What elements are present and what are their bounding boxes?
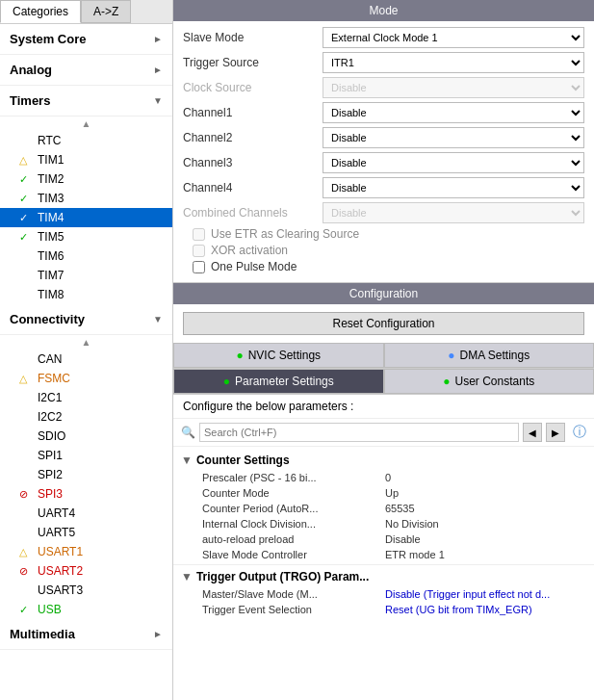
channel3-select[interactable]: Disable [323, 152, 584, 173]
one-pulse-row: One Pulse Mode [193, 260, 584, 273]
sidebar-item-tim1[interactable]: △ TIM1 [0, 150, 172, 169]
spi1-label: SPI1 [38, 449, 63, 462]
sidebar-item-usart1[interactable]: △ USART1 [0, 542, 172, 561]
trigger-output-group[interactable]: ▼ Trigger Output (TRGO) Param... [173, 567, 594, 586]
uart5-label: UART5 [38, 526, 75, 539]
xor-activation-checkbox[interactable] [193, 245, 205, 257]
param-counter-period: Counter Period (AutoR... 65535 [173, 501, 594, 516]
search-next-button[interactable]: ▶ [546, 423, 565, 442]
sidebar-item-tim3[interactable]: ✓ TIM3 [0, 189, 172, 208]
one-pulse-checkbox[interactable] [193, 261, 205, 273]
tab-atoz[interactable]: A->Z [81, 0, 131, 23]
sidebar-item-uart5[interactable]: UART5 [0, 523, 172, 542]
sidebar-item-tim4[interactable]: ✓ TIM4 [0, 208, 172, 227]
connectivity-scroll-up[interactable]: ▲ [0, 335, 172, 350]
channel4-label: Channel4 [183, 181, 323, 194]
clock-source-label: Clock Source [183, 81, 323, 94]
tab-dma-settings[interactable]: ● DMA Settings [384, 343, 595, 368]
system-core-label: System Core [10, 32, 86, 46]
sidebar-item-fsmc[interactable]: △ FSMC [0, 369, 172, 388]
trigger-chevron-icon: ▼ [181, 570, 193, 583]
slave-mode-select[interactable]: External Clock Mode 1 [323, 27, 584, 48]
slave-mode-ctrl-value: ETR mode 1 [385, 549, 586, 560]
param-auto-reload: auto-reload preload Disable [173, 531, 594, 547]
timers-label: Timers [10, 93, 50, 108]
search-icon: 🔍 [181, 426, 195, 439]
param-internal-clock: Internal Clock Division... No Division [173, 516, 594, 531]
sidebar-item-spi1[interactable]: SPI1 [0, 446, 172, 465]
combined-channels-row: Combined Channels Disable [183, 202, 584, 223]
param-dot-icon: ● [223, 375, 230, 388]
channel2-label: Channel2 [183, 131, 323, 144]
reset-configuration-button[interactable]: Reset Configuration [183, 312, 584, 335]
use-etr-checkbox[interactable] [193, 228, 205, 241]
param-master-slave-mode: Master/Slave Mode (M... Disable (Trigger… [173, 586, 594, 602]
usart2-label: USART2 [38, 564, 83, 578]
channel1-select[interactable]: Disable [323, 102, 584, 123]
can-label: CAN [38, 352, 62, 366]
tab-categories[interactable]: Categories [0, 0, 81, 23]
counter-chevron-icon: ▼ [181, 454, 193, 467]
tim5-status-icon: ✓ [19, 231, 33, 244]
i2c1-label: I2C1 [38, 391, 62, 404]
combined-channels-select: Disable [323, 202, 584, 223]
sidebar-item-tim6[interactable]: TIM6 [0, 246, 172, 266]
channel4-select[interactable]: Disable [323, 177, 584, 198]
sidebar-item-tim2[interactable]: ✓ TIM2 [0, 169, 172, 189]
sidebar-item-spi2[interactable]: SPI2 [0, 465, 172, 484]
tim8-label: TIM8 [38, 288, 64, 301]
tab-user-constants[interactable]: ● User Constants [384, 369, 595, 394]
usart1-status-icon: △ [19, 546, 33, 558]
sidebar-item-system-core[interactable]: System Core ► [0, 24, 172, 55]
sidebar-item-i2c1[interactable]: I2C1 [0, 388, 172, 407]
dma-dot-icon: ● [448, 349, 454, 362]
sidebar-item-uart4[interactable]: UART4 [0, 504, 172, 523]
search-row: 🔍 ◀ ▶ ⓘ [173, 419, 594, 447]
timers-scroll-up[interactable]: ▲ [0, 117, 172, 131]
sidebar-item-i2c2[interactable]: I2C2 [0, 407, 172, 427]
sidebar-item-connectivity[interactable]: Connectivity ▼ [0, 304, 172, 335]
sidebar-item-multimedia[interactable]: Multimedia ► [0, 619, 172, 650]
sidebar-item-usart2[interactable]: ⊘ USART2 [0, 561, 172, 581]
sidebar-item-tim7[interactable]: TIM7 [0, 266, 172, 285]
usb-label: USB [38, 603, 62, 616]
sidebar-item-sdio[interactable]: SDIO [0, 427, 172, 446]
dma-settings-label: DMA Settings [460, 349, 530, 362]
sidebar-item-rtc[interactable]: RTC [0, 131, 172, 150]
sidebar-item-can[interactable]: CAN [0, 350, 172, 369]
chevron-right-icon3: ► [153, 629, 163, 639]
search-prev-button[interactable]: ◀ [523, 423, 542, 442]
sidebar-item-usart3[interactable]: USART3 [0, 581, 172, 600]
channel2-select[interactable]: Disable [323, 127, 584, 148]
i2c2-label: I2C2 [38, 410, 62, 424]
trigger-source-select[interactable]: ITR1 [323, 52, 584, 73]
mode-fields: Slave Mode External Clock Mode 1 Trigger… [173, 21, 594, 282]
user-constants-label: User Constants [455, 375, 535, 388]
search-input[interactable] [199, 423, 519, 442]
sidebar-item-tim5[interactable]: ✓ TIM5 [0, 227, 172, 246]
channel1-label: Channel1 [183, 106, 323, 119]
sidebar-tab-bar: Categories A->Z [0, 0, 172, 24]
tim4-label: TIM4 [38, 211, 64, 224]
divider [173, 564, 594, 565]
info-icon: ⓘ [573, 424, 586, 441]
sidebar-item-analog[interactable]: Analog ► [0, 55, 172, 86]
internal-clock-value: No Division [385, 518, 586, 530]
trigger-source-label: Trigger Source [183, 56, 323, 69]
master-slave-mode-name: Master/Slave Mode (M... [202, 588, 385, 600]
sidebar-item-usb[interactable]: ✓ USB [0, 600, 172, 619]
sidebar-item-spi3[interactable]: ⊘ SPI3 [0, 484, 172, 504]
sidebar-item-tim8[interactable]: TIM8 [0, 285, 172, 304]
channel3-label: Channel3 [183, 156, 323, 169]
tab-parameter-settings[interactable]: ● Parameter Settings [173, 369, 384, 394]
counter-settings-label: Counter Settings [196, 454, 290, 467]
clock-source-select: Disable [323, 77, 584, 98]
trigger-output-label: Trigger Output (TRGO) Param... [196, 570, 369, 583]
counter-settings-group[interactable]: ▼ Counter Settings [173, 451, 594, 470]
sidebar-item-timers[interactable]: Timers ▼ [0, 86, 172, 117]
usb-status-icon: ✓ [19, 604, 33, 616]
nvic-settings-label: NVIC Settings [248, 349, 321, 362]
tab-nvic-settings[interactable]: ● NVIC Settings [173, 343, 384, 368]
trigger-event-value: Reset (UG bit from TIMx_EGR) [385, 604, 586, 615]
master-slave-mode-value: Disable (Trigger input effect not d... [385, 588, 586, 600]
